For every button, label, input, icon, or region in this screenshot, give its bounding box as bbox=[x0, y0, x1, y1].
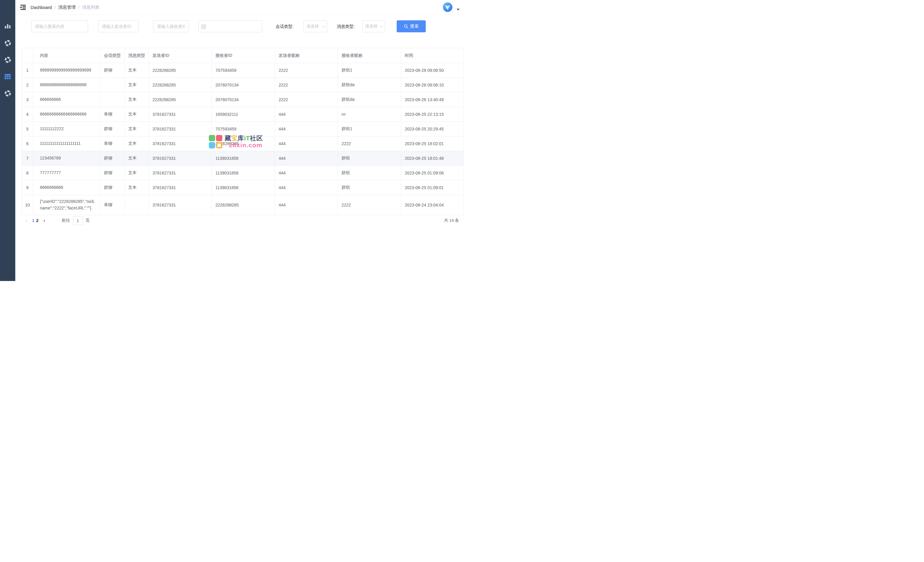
message-type-label: 消息类型: bbox=[337, 20, 355, 32]
message-type-placeholder: 请选择 bbox=[365, 24, 378, 29]
cell-time: 2023-08-26 13:40:49 bbox=[401, 93, 462, 107]
cell-session-type: 群聊 bbox=[100, 151, 124, 166]
column-header-4: 发送者ID bbox=[149, 48, 212, 63]
cell-receiver-id: 1659032111 bbox=[212, 107, 275, 122]
goto-page-input[interactable] bbox=[73, 216, 83, 225]
goto-label: 前往 bbox=[62, 218, 70, 223]
cell-session-type: 单聊 bbox=[100, 195, 124, 215]
prev-page-icon[interactable]: ‹ bbox=[22, 218, 31, 224]
cell-sender-id: 3781627331 bbox=[149, 166, 212, 181]
cell-content: 666666666 bbox=[33, 93, 100, 107]
cell-sender-nickname: 2222 bbox=[275, 63, 338, 78]
user-avatar[interactable] bbox=[442, 1, 454, 13]
cell-sender-nickname: 444 bbox=[275, 122, 338, 136]
search-button[interactable]: 搜索 bbox=[397, 20, 426, 32]
donut-icon bbox=[4, 57, 11, 63]
cell-session-type: 群聊 bbox=[100, 166, 124, 181]
cell-receiver-nickname: 群组 bbox=[338, 151, 401, 166]
cell-sender-nickname: 444 bbox=[275, 107, 338, 122]
sidebar-item-1[interactable] bbox=[0, 18, 15, 35]
page-number-1[interactable]: 1 bbox=[31, 218, 35, 223]
column-header-1: 内容 bbox=[33, 48, 100, 63]
page-number-2[interactable]: 2 bbox=[35, 218, 39, 223]
cell-time: 2023-08-25 22:13:15 bbox=[401, 107, 462, 122]
cell-content: 11111111111111111111 bbox=[33, 136, 100, 151]
cell-sender-id: 3781627331 bbox=[149, 195, 212, 215]
cell-time: 2023-08-25 01:09:06 bbox=[401, 166, 462, 181]
cell-receiver-id: 2078070134 bbox=[212, 93, 275, 107]
breadcrumb-separator: / bbox=[54, 5, 56, 10]
cell-time: 2023-08-25 18:01:48 bbox=[401, 151, 462, 166]
message-table: 内容会话类型消息类型发送者ID接收者ID发送者昵称接收者昵称时间 1999999… bbox=[22, 48, 462, 215]
main-content: 会话类型: 请选择 消息类型: 请选择 搜索 内容会话类型消息类型发送者ID接收… bbox=[15, 15, 462, 281]
receiver-id-input[interactable] bbox=[153, 20, 189, 32]
breadcrumb-message-management[interactable]: 消息管理 bbox=[58, 4, 76, 10]
table-row: 288888888888888888888文本22282882852078070… bbox=[22, 78, 462, 93]
calendar-icon bbox=[201, 24, 206, 29]
cell-message-type: 文本 bbox=[124, 93, 149, 107]
top-navbar: Dashboard / 消息管理 / 消息列表 bbox=[15, 0, 462, 15]
cell-session-type: 单聊 bbox=[100, 136, 124, 151]
cell-content: 66666666666666666666 bbox=[33, 107, 100, 122]
column-header-2: 会话类型 bbox=[100, 48, 124, 63]
cell-content: 88888888888888888888 bbox=[33, 78, 100, 93]
collapse-sidebar-icon[interactable] bbox=[20, 5, 26, 10]
sidebar-item-5[interactable] bbox=[0, 85, 15, 102]
column-header-0 bbox=[22, 48, 33, 63]
session-type-select[interactable]: 请选择 bbox=[303, 20, 327, 32]
cell-sender-nickname: 444 bbox=[275, 151, 338, 166]
cell-index: 2 bbox=[22, 78, 33, 93]
cell-receiver-nickname: 2222 bbox=[338, 195, 401, 215]
session-type-label: 会话类型: bbox=[276, 20, 294, 32]
cell-time: 2023-08-25 01:09:01 bbox=[401, 181, 462, 195]
breadcrumb-message-list: 消息列表 bbox=[82, 4, 99, 10]
breadcrumb-dashboard[interactable]: Dashboard bbox=[30, 5, 52, 10]
table-row: 19999999999999999999999群聊文本2228288285707… bbox=[22, 63, 462, 78]
table-row: 96666666666群聊文本37816273311139031858444群组… bbox=[22, 181, 462, 195]
table-row: 7123456789群聊文本37816273311139031858444群组2… bbox=[22, 151, 462, 166]
cell-message-type: 文本 bbox=[124, 166, 149, 181]
sidebar-item-3[interactable] bbox=[0, 51, 15, 68]
cell-receiver-nickname: 群组da bbox=[338, 78, 401, 93]
cell-index: 10 bbox=[22, 195, 33, 215]
cell-receiver-nickname: 群组 bbox=[338, 166, 401, 181]
cell-sender-nickname: 444 bbox=[275, 195, 338, 215]
cell-sender-nickname: 2222 bbox=[275, 93, 338, 107]
sidebar-item-2[interactable] bbox=[0, 35, 15, 51]
cell-receiver-nickname: 群组1 bbox=[338, 63, 401, 78]
cell-receiver-id: 2078070134 bbox=[212, 78, 275, 93]
next-page-icon[interactable]: › bbox=[39, 218, 49, 224]
donut-icon bbox=[4, 90, 11, 97]
cell-index: 4 bbox=[22, 107, 33, 122]
message-type-select[interactable]: 请选择 bbox=[362, 20, 385, 32]
cell-content: 123456789 bbox=[33, 151, 100, 166]
pagination: ‹ 12 › 前往 页 bbox=[22, 216, 90, 225]
cell-index: 7 bbox=[22, 151, 33, 166]
breadcrumb: Dashboard / 消息管理 / 消息列表 bbox=[30, 4, 99, 10]
sidebar-item-4-active[interactable] bbox=[0, 68, 15, 85]
table-row: 611111111111111111111单聊文本378162733122282… bbox=[22, 136, 462, 151]
cell-receiver-id: 2228288285 bbox=[212, 136, 275, 151]
column-header-6: 发送者昵称 bbox=[275, 48, 338, 63]
date-range-picker[interactable] bbox=[198, 20, 262, 32]
sender-id-input[interactable] bbox=[98, 20, 139, 32]
cell-receiver-id: 1139031858 bbox=[212, 151, 275, 166]
search-content-input[interactable] bbox=[31, 20, 88, 32]
table-row: 3666666666文本222828828520780701342222群组da… bbox=[22, 93, 462, 107]
donut-icon bbox=[4, 40, 11, 46]
cell-message-type: 文本 bbox=[124, 107, 149, 122]
cell-index: 6 bbox=[22, 136, 33, 151]
cell-message-type: 文本 bbox=[124, 122, 149, 136]
cell-receiver-nickname: 群组da bbox=[338, 93, 401, 107]
user-menu-caret-icon[interactable] bbox=[457, 9, 460, 10]
cell-sender-id: 2228288285 bbox=[149, 78, 212, 93]
cell-time: 2023-08-25 18:02:01 bbox=[401, 136, 462, 151]
cell-session-type: 群聊 bbox=[100, 122, 124, 136]
cell-time: 2023-08-28 09:08:50 bbox=[401, 63, 462, 78]
cell-receiver-nickname: 2222 bbox=[338, 136, 401, 151]
table-row: 511111112222群聊文本3781627331707593459444群组… bbox=[22, 122, 462, 136]
cell-sender-id: 3781627331 bbox=[149, 181, 212, 195]
bar-chart-icon bbox=[4, 23, 11, 29]
table-row: 466666666666666666666单聊文本378162733116590… bbox=[22, 107, 462, 122]
cell-receiver-id: 707593459 bbox=[212, 63, 275, 78]
